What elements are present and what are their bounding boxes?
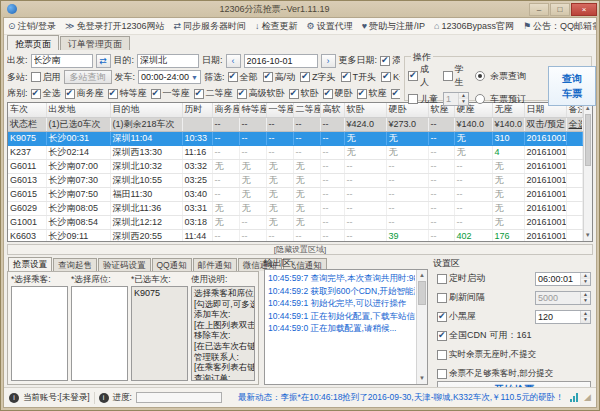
seat-class-checkbox-5[interactable]: 高级软卧 bbox=[237, 87, 285, 100]
to-station-input[interactable] bbox=[137, 54, 199, 68]
toolbar-item-proxy-settings[interactable]: ⚙设置代理 bbox=[307, 20, 353, 33]
tab-grab-3[interactable]: QQ通知 bbox=[152, 258, 192, 271]
progress-bar bbox=[136, 392, 222, 403]
scrollbar-thumb[interactable] bbox=[585, 114, 592, 166]
child-row: 儿童 1 ▲▼ bbox=[408, 92, 472, 106]
tab-main-1[interactable]: 订单管理页面 bbox=[60, 36, 130, 50]
train-filter-checkbox-2[interactable]: Z字头 bbox=[300, 71, 336, 84]
blackroom-spinner[interactable]: 120 ▲▼ bbox=[535, 310, 591, 324]
scroll-down-icon[interactable]: ▼ bbox=[417, 373, 427, 384]
refresh-interval-spinner[interactable]: 5000 ▲▼ bbox=[535, 291, 591, 305]
seat-class-checkbox-6[interactable]: 软卧 bbox=[289, 87, 319, 100]
train-filter-checkbox-4[interactable]: K开头 bbox=[381, 71, 400, 84]
train-row[interactable]: K9075长沙00:31深圳11:0410:33----------无无--无3… bbox=[8, 131, 582, 145]
gear-icon: ⚙ bbox=[307, 21, 315, 31]
tab-grab-0[interactable]: 抢票设置 bbox=[8, 257, 52, 271]
train-row[interactable]: G6015长沙南07:50福田11:3003:40--无无无----------… bbox=[8, 187, 582, 201]
toolbar-item-sponsor-register[interactable]: ♥赞助与注册/IP bbox=[362, 20, 425, 33]
from-station-input[interactable] bbox=[31, 54, 93, 68]
blackroom-checkbox[interactable]: 小黑屋 bbox=[437, 310, 476, 323]
table-scrollbar[interactable]: ▲ ▼ bbox=[583, 103, 593, 241]
minimize-button[interactable]: – bbox=[529, 3, 549, 16]
cdn-checkbox[interactable]: 全国CDN bbox=[437, 329, 487, 342]
selected-train-listbox[interactable]: K9075 bbox=[131, 286, 188, 381]
account-status-text: 当前账号:[未登录] bbox=[23, 392, 90, 404]
seat-class-checkbox-8[interactable]: 软座 bbox=[357, 87, 387, 100]
train-row[interactable]: K6603长沙09:11深圳西20:5511:44------------39-… bbox=[8, 229, 582, 242]
timer-start-checkbox[interactable]: 定时启动 bbox=[437, 272, 485, 285]
tab-grab-2[interactable]: 验证码设置 bbox=[98, 258, 151, 271]
seat-class-checkbox-4[interactable]: 二等座 bbox=[194, 87, 233, 100]
train-filter-checkbox-3[interactable]: T开头 bbox=[341, 71, 377, 84]
partial-submit-checkbox[interactable]: 余票不足够乘客时,部分提交 bbox=[437, 368, 553, 380]
help-label: 使用说明: bbox=[191, 274, 255, 286]
selected-train-item[interactable]: K9075 bbox=[132, 287, 187, 299]
resize-grip[interactable]: ◢ bbox=[584, 393, 591, 402]
query-tickets-button[interactable]: 查询车票 bbox=[548, 66, 596, 106]
close-button[interactable]: × bbox=[571, 3, 597, 16]
tab-main-0[interactable]: 抢票页面 bbox=[7, 35, 59, 50]
toolbar-item-check-update[interactable]: ↓检查更新 bbox=[255, 20, 298, 33]
train-filter-checkbox-1[interactable]: 高/动 bbox=[263, 71, 296, 84]
train-cell: 176 bbox=[492, 229, 524, 242]
seat-class-checkbox-1[interactable]: 商务座 bbox=[65, 87, 104, 100]
help-line: 查询订单: bbox=[194, 373, 252, 381]
train-row[interactable]: G6011长沙南07:00深圳北10:3203:32无无无无----------… bbox=[8, 159, 582, 173]
tab-grab-1[interactable]: 查询起售 bbox=[53, 258, 97, 271]
tab-grab-4[interactable]: 邮件通知 bbox=[193, 258, 237, 271]
seat-class-checkbox-3[interactable]: 一等座 bbox=[151, 87, 190, 100]
toolbar-item-announcement[interactable]: ⚑公告：QQ邮箱需开启smtp并使用授权码登录！ bbox=[523, 20, 596, 33]
scroll-down-icon[interactable]: ▼ bbox=[584, 230, 593, 241]
child-count-spinner[interactable]: 1 ▲▼ bbox=[443, 92, 469, 106]
train-cell: 无 bbox=[344, 131, 386, 145]
toolbar-item-logout-login[interactable]: ⊙注销/登录 bbox=[8, 20, 56, 33]
hide-settings-splitter[interactable]: [隐藏设置区域] bbox=[7, 244, 593, 255]
mode-query-radio[interactable]: 余票查询 bbox=[475, 70, 545, 83]
checkbox-icon bbox=[408, 71, 418, 81]
select-all-link[interactable]: 全选 bbox=[566, 117, 582, 131]
train-row[interactable]: G6029长沙南08:05深圳北11:3603:31无无无无----------… bbox=[8, 201, 582, 215]
train-row[interactable]: K237长沙02:14深圳西13:3011:16----------无无--无4… bbox=[8, 145, 582, 159]
maximize-button[interactable]: □ bbox=[550, 3, 570, 16]
train-filter-checkbox-0[interactable]: 全部 bbox=[228, 71, 258, 84]
adult-checkbox[interactable]: 成人 bbox=[408, 63, 438, 89]
status-cell: 双击/预定 bbox=[524, 117, 566, 131]
toolbar-item-sync-server-time[interactable]: ⇄同步服务器时间 bbox=[174, 20, 247, 33]
log-scrollbar[interactable]: ▲ ▼ bbox=[416, 270, 427, 384]
passenger-listbox[interactable] bbox=[11, 286, 68, 381]
spinner-down-icon[interactable]: ▼ bbox=[581, 298, 590, 304]
add-more-date-checkbox[interactable]: 添加更多日期 bbox=[380, 54, 400, 67]
train-row[interactable]: G6013长沙南07:30深圳北10:5503:25--无无无---------… bbox=[8, 173, 582, 187]
train-row[interactable]: G1001长沙南08:54深圳北12:1203:18无--无无---------… bbox=[8, 215, 582, 229]
seat-class-checkbox-9[interactable]: 硬座 bbox=[391, 87, 400, 100]
date-next-button[interactable]: › bbox=[321, 54, 336, 68]
refresh-interval-checkbox[interactable]: 刷新间隔 bbox=[437, 291, 485, 304]
toolbar-item-label: 赞助与注册/IP bbox=[369, 20, 425, 33]
output-panel: 输出区 10:45:59:7 查询完毕,本次查询共用时:988毫秒10:44:5… bbox=[264, 257, 428, 385]
log-line: 10:44:59:0 正在加载配置,请稍候... bbox=[268, 322, 415, 335]
seat-class-checkbox-2[interactable]: 特等座 bbox=[108, 87, 147, 100]
depart-time-select[interactable]: 00:00-24:00 ▼ bbox=[138, 70, 201, 84]
date-input[interactable] bbox=[244, 54, 318, 68]
no-seat-checkbox[interactable]: 实时余票无座时,不提交 bbox=[437, 349, 536, 361]
scrollbar-thumb[interactable] bbox=[418, 281, 426, 305]
seat-listbox[interactable] bbox=[71, 286, 128, 381]
date-prev-button[interactable]: ‹ bbox=[226, 54, 241, 68]
seat-class-checkbox-0[interactable]: 全选 bbox=[31, 87, 61, 100]
toolbar-item-open-12306-site[interactable]: ≫免登录打开12306网站 bbox=[65, 20, 164, 33]
train-filter-label: 筛选: bbox=[204, 71, 225, 84]
mode-book-radio[interactable]: 车票预订 bbox=[475, 93, 545, 106]
multi-station-query-button[interactable]: 多站查询 bbox=[64, 70, 112, 84]
swap-stations-button[interactable]: ⇄ bbox=[96, 54, 111, 68]
mode-book-label: 车票预订 bbox=[490, 93, 526, 106]
seat-class-checkbox-7[interactable]: 硬卧 bbox=[323, 87, 353, 100]
student-checkbox[interactable]: 学生 bbox=[443, 63, 473, 89]
toolbar-item-official-site[interactable]: ⌂12306Bypass官网 bbox=[434, 20, 514, 33]
spinner-down-icon[interactable]: ▼ bbox=[581, 279, 590, 285]
spinner-down-icon[interactable]: ▼ bbox=[459, 99, 468, 105]
spinner-down-icon[interactable]: ▼ bbox=[581, 317, 590, 323]
scroll-up-icon[interactable]: ▲ bbox=[417, 270, 427, 281]
multi-station-enable-checkbox[interactable]: 启用 bbox=[31, 71, 61, 84]
timer-start-spinner[interactable]: 06:00:01 ▲▼ bbox=[535, 272, 591, 286]
child-checkbox[interactable]: 儿童 bbox=[408, 93, 438, 106]
